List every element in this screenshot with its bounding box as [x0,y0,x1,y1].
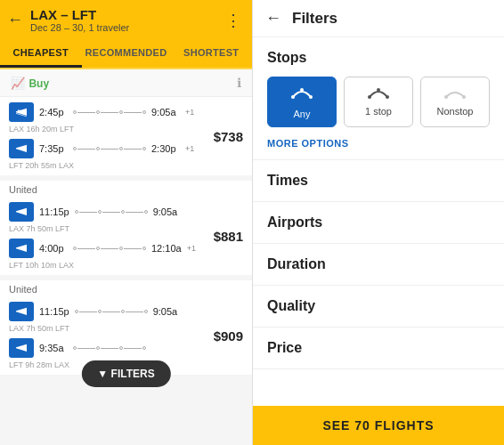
quality-section[interactable]: Quality [253,286,504,328]
airline-icon-1b [9,139,34,158]
tab-bar: CHEAPEST RECOMMENDED SHORTEST [0,40,252,69]
route-graphic-3 [75,310,148,313]
tab-recommended[interactable]: RECOMMENDED [82,40,171,68]
stops-buttons: Any 1 stop [267,77,490,127]
depart-time-2: 11:15p [39,206,69,217]
svg-point-3 [368,95,371,99]
price-section[interactable]: Price [253,328,504,369]
flight-outbound-2: 11:15p 9:05a [9,202,214,222]
see-flights-button[interactable]: SEE 70 FLIGHTS [253,406,504,445]
return-depart-1: 7:35p [39,143,68,154]
return-plus-2: +1 [187,244,196,253]
depart-time-1: 2:45p [39,107,68,117]
duration-3: LAX 7h 50m LFT [9,324,214,333]
price-title: Price [267,340,490,356]
times-title: Times [267,173,490,189]
advice-text: Buy [28,77,49,90]
arrive-time-1: 9:05a [151,107,180,117]
filters-title: Filters [292,10,337,28]
quality-title: Quality [267,298,490,314]
right-panel: ← Filters Stops Any [252,0,504,445]
flights-detail-1: 2:45p 9:05a +1 LAX 16h 20m LFT [9,102,214,170]
more-options-link[interactable]: MORE OPTIONS [267,138,349,149]
route-subtitle: Dec 28 – 30, 1 traveler [30,22,129,33]
duration-section[interactable]: Duration [253,244,504,286]
filter-btn-wrapper: ▼ FILTERS [0,380,252,398]
airports-title: Airports [267,214,490,231]
any-icon [289,85,314,105]
airline-icon-2b [9,239,34,258]
back-button[interactable]: ← [7,11,23,29]
stops-title: Stops [267,50,490,66]
flight-group-1[interactable]: 2:45p 9:05a +1 LAX 16h 20m LFT [0,97,252,175]
return-arrive-1: 2:30p [151,143,180,154]
flights-detail-3: 11:15p 9:05a LAX 7h 50m LFT [9,302,214,369]
filters-button[interactable]: ▼ FILTERS [81,360,170,387]
plus-tag-1: +1 [185,108,194,117]
route-graphic-2b [73,247,146,250]
flight-return-1: 7:35p 2:30p +1 [9,139,214,158]
one-stop-icon [366,85,391,102]
flight-return-2: 4:00p 12:10a +1 [9,239,214,258]
svg-point-5 [377,88,380,92]
flight-group-2[interactable]: United 11:15p 9:05a LAX [0,181,252,275]
stop-nonstop-button[interactable]: Nonstop [420,77,490,127]
nonstop-icon [443,85,467,102]
airline-icon-3b [9,338,34,358]
return-depart-2: 4:00p [39,243,68,254]
airline-label-2: United [0,181,252,197]
left-header: ← LAX – LFT Dec 28 – 30, 1 traveler ⋮ [0,0,252,40]
times-section[interactable]: Times [253,160,504,202]
advice-bar: 📈 Buy ℹ [0,69,252,97]
any-label: Any [294,109,311,119]
airline-icon-1 [9,102,34,122]
flights-detail-2: 11:15p 9:05a LAX 7h 50m LFT [9,202,214,270]
nonstop-label: Nonstop [437,106,474,117]
header-title: LAX – LFT Dec 28 – 30, 1 traveler [30,7,129,33]
airline-icon-2 [9,202,34,222]
stops-section: Stops Any [253,37,504,160]
filters-back-button[interactable]: ← [265,9,281,28]
return-arrive-2: 12:10a [151,243,182,254]
flight-card-1[interactable]: 2:45p 9:05a +1 LAX 16h 20m LFT [0,97,252,175]
right-header: ← Filters [253,0,504,37]
flight-outbound-3: 11:15p 9:05a [9,302,214,321]
price-3: $909 [214,328,243,344]
tab-cheapest[interactable]: CHEAPEST [0,40,82,68]
advice-content: 📈 Buy [11,75,49,91]
flight-return-3: 9:35a [9,338,214,358]
advice-icon: 📈 [11,77,25,90]
tab-shortest[interactable]: SHORTEST [170,40,252,68]
price-1: $738 [214,129,243,144]
stop-any-button[interactable]: Any [267,77,337,127]
left-header-left: ← LAX – LFT Dec 28 – 30, 1 traveler [7,7,129,33]
arrive-time-3: 9:05a [153,306,182,317]
arrive-time-2: 9:05a [153,206,182,217]
svg-point-4 [386,95,389,99]
duration-2: LAX 7h 50m LFT [9,224,214,233]
filters-content: Stops Any [253,37,504,406]
one-stop-label: 1 stop [365,106,392,117]
left-panel: ← LAX – LFT Dec 28 – 30, 1 traveler ⋮ CH… [0,0,252,445]
flight-list: 2:45p 9:05a +1 LAX 16h 20m LFT [0,97,252,445]
flight-outbound-1: 2:45p 9:05a +1 [9,102,214,122]
airline-icon-3 [9,302,34,321]
stop-1stop-button[interactable]: 1 stop [344,77,413,127]
more-options-icon[interactable]: ⋮ [225,11,241,30]
flight-card-2[interactable]: 11:15p 9:05a LAX 7h 50m LFT [0,197,252,275]
svg-point-6 [444,95,448,99]
airports-section[interactable]: Airports [253,202,504,244]
svg-point-0 [291,95,295,99]
duration-1: LAX 16h 20m LFT [9,125,214,134]
return-depart-3: 9:35a [39,343,68,353]
svg-point-2 [300,88,304,92]
svg-point-7 [462,95,466,99]
price-2: $881 [214,229,243,244]
svg-point-1 [309,95,313,99]
info-icon[interactable]: ℹ [237,76,241,90]
route-graphic-1b [73,147,146,150]
route-title: LAX – LFT [30,7,129,22]
return-duration-2: LFT 10h 10m LAX [9,261,214,270]
route-graphic-2 [75,210,148,214]
depart-time-3: 11:15p [39,306,69,317]
